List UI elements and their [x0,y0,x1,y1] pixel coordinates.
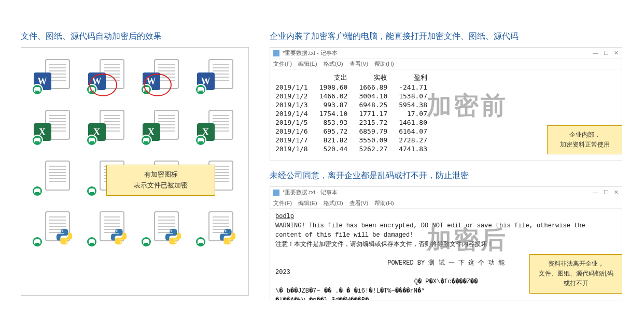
callout-text: 有加密图标 [114,169,207,180]
lock-icon [195,236,206,248]
notepad-app-icon [273,50,279,56]
garbled-line: �#��A�Wv �p��} $d��W���R� [275,296,617,300]
lock-icon [86,185,97,197]
menu-format[interactable]: 格式(O) [324,199,343,207]
table-row: 2019/1/21466.023004.101538.07 [275,92,439,100]
lock-icon [32,84,43,95]
notepad-menu[interactable]: 文件(F) 编辑(E) 格式(O) 查看(V) 帮助(H) [270,59,622,69]
menu-view[interactable]: 查看(V) [349,199,369,207]
table-cell: 2019/1/6 [275,127,319,136]
excel-file-icon: X [143,109,182,144]
table-cell: 520.44 [319,144,359,153]
table-cell: 2019/1/8 [275,144,319,153]
right-top-title: 企业内装了加密客户端的电脑，能直接打开加密文件、图纸、源代码 [270,31,622,42]
table-cell: 2728.27 [399,136,439,144]
python-icon [54,227,74,246]
python-file-icon [88,210,128,245]
table-cell: 1908.60 [319,83,359,92]
col-header: 支出 [319,72,359,83]
table-cell: 993.87 [319,100,359,109]
python-icon [218,227,237,246]
col-header: 盈利 [399,72,439,83]
warning-line: content of this file will be damaged! [275,230,617,240]
callout-text: 文件、图纸、源代码都乱码或打不开 [537,269,615,288]
table-cell: 2019/1/5 [275,118,319,127]
text-file-icon [34,159,73,195]
table-cell: 1538.07 [399,92,439,100]
table-cell: 4741.83 [399,144,439,153]
callout-text: 加密资料正常使用 [555,140,615,150]
table-cell: 6164.07 [399,127,439,136]
garbled-line: þodlp [275,212,617,221]
table-row: 2019/1/8520.445262.274741.83 [275,144,439,153]
table-cell: 695.72 [319,127,359,136]
table-cell: 3004.10 [359,92,399,100]
close-icon[interactable]: ✕ [614,189,619,196]
maximize-icon[interactable]: ☐ [604,50,609,56]
excel-file-icon: X [34,109,73,144]
right-top-callout: 企业内部， 加密资料正常使用 [547,125,622,154]
table-cell: 1666.89 [359,83,399,92]
callout-text: 企业内部， [555,130,615,140]
menu-file[interactable]: 文件(F) [273,199,292,207]
lock-icon [32,135,43,146]
table-row: 2019/1/6695.726859.796164.07 [275,127,439,136]
lock-icon [141,135,152,146]
notepad-titlebar[interactable]: *重要数据.txt - 记事本 — ☐ ✕ [270,187,622,198]
notepad-after: *重要数据.txt - 记事本 — ☐ ✕ 文件(F) 编辑(E) 格式(O) … [270,186,622,300]
menu-help[interactable]: 帮助(H) [374,199,394,207]
word-file-icon: W [143,58,182,93]
menu-edit[interactable]: 编辑(E) [298,60,317,68]
data-table: 支出 实收 盈利 2019/1/11908.601666.89-241.7120… [275,72,439,153]
table-row: 2019/1/41754.101771.1717.07 [275,109,439,118]
left-callout: 有加密图标 表示文件已被加密 [106,165,215,196]
table-cell: 2019/1/2 [275,92,319,100]
left-title: 文件、图纸、源代码自动加密后的效果 [21,31,249,42]
close-icon[interactable]: ✕ [614,50,619,56]
notepad-titlebar[interactable]: *重要数据.txt - 记事本 — ☐ ✕ [270,48,622,59]
notepad-before: *重要数据.txt - 记事本 — ☐ ✕ 文件(F) 编辑(E) 格式(O) … [270,47,622,161]
table-cell: 821.82 [319,136,359,144]
table-cell: 6859.79 [359,127,399,136]
menu-view[interactable]: 查看(V) [349,60,369,68]
table-row: 2019/1/7821.823550.092728.27 [275,136,439,144]
warning-line-cn: 注意！本文件是加密文件，请勿编辑或保存本文件，否则将导致文件内容损坏！ [275,240,617,249]
lock-icon [32,185,43,197]
table-cell: -241.71 [399,83,439,92]
maximize-icon[interactable]: ☐ [604,189,609,196]
lock-icon [86,236,97,248]
word-file-icon: W [197,58,236,93]
notepad-title: *重要数据.txt - 记事本 [283,49,338,57]
table-cell: 2315.72 [359,118,399,127]
table-cell: 17.07 [399,109,439,118]
table-cell: 5954.38 [399,100,439,109]
lock-icon [195,135,206,146]
menu-help[interactable]: 帮助(H) [374,60,394,68]
icon-grid-box: W W W W X X X X 有加密图标 表示文件已被加密 [21,47,249,296]
menu-format[interactable]: 格式(O) [324,60,343,68]
notepad-menu[interactable]: 文件(F) 编辑(E) 格式(O) 查看(V) 帮助(H) [270,198,622,209]
table-cell: 2019/1/7 [275,136,319,144]
lock-icon [141,236,152,248]
table-cell: 853.93 [319,118,359,127]
python-file-icon [197,210,236,245]
menu-edit[interactable]: 编辑(E) [298,199,317,207]
table-cell: 1771.17 [359,109,399,118]
notepad-title: *重要数据.txt - 记事本 [283,188,338,196]
minimize-icon[interactable]: — [593,50,598,56]
word-file-icon: W [34,58,73,93]
menu-file[interactable]: 文件(F) [273,60,292,68]
lock-icon [86,135,97,146]
table-cell: 5262.27 [359,144,399,153]
python-file-icon [34,210,73,245]
table-cell: 1754.10 [319,109,359,118]
minimize-icon[interactable]: — [593,189,598,196]
table-cell: 6948.25 [359,100,399,109]
table-cell: 2019/1/4 [275,109,319,118]
table-cell: 2019/1/1 [275,83,319,92]
callout-text: 表示文件已被加密 [114,180,207,191]
lock-icon [32,236,43,248]
python-icon [109,227,129,246]
table-row: 2019/1/11908.601666.89-241.71 [275,83,439,92]
lock-icon [141,84,152,95]
